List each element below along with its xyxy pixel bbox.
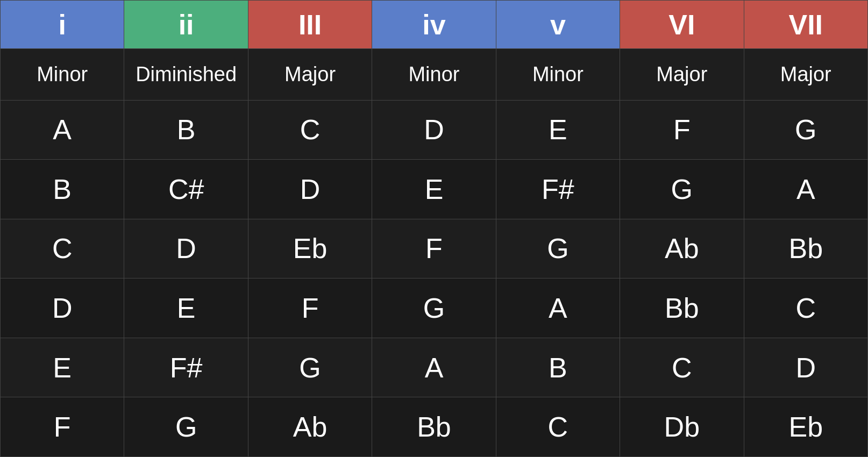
table-cell: A: [744, 160, 867, 219]
table-row: EF#GABCD: [1, 338, 868, 397]
table-cell: B: [1, 160, 124, 219]
header-iv: iv: [372, 1, 496, 49]
table-cell: C: [1, 219, 124, 279]
quality-vi: Major: [620, 49, 744, 101]
table-cell: G: [248, 338, 372, 397]
quality-iv: Minor: [372, 49, 496, 101]
header-v: v: [496, 1, 620, 49]
header-ii: ii: [124, 1, 248, 49]
table-cell: D: [372, 100, 496, 160]
table-cell: C: [620, 338, 744, 397]
quality-iii: Major: [248, 49, 372, 101]
table-cell: G: [744, 100, 867, 160]
header-i: i: [1, 1, 124, 49]
table-cell: G: [124, 397, 248, 457]
table-cell: Bb: [744, 219, 867, 279]
table-cell: G: [620, 160, 744, 219]
table-cell: E: [124, 279, 248, 338]
table-cell: Ab: [620, 219, 744, 279]
header-vi: VI: [620, 1, 744, 49]
table-cell: G: [496, 219, 620, 279]
table-cell: F#: [124, 338, 248, 397]
table-cell: F#: [496, 160, 620, 219]
table-cell: D: [744, 338, 867, 397]
table-cell: E: [496, 100, 620, 160]
table-cell: A: [372, 338, 496, 397]
table-cell: A: [1, 100, 124, 160]
table-cell: Db: [620, 397, 744, 457]
table-cell: Ab: [248, 397, 372, 457]
table-cell: Eb: [744, 397, 867, 457]
table-cell: F: [372, 219, 496, 279]
quality-v: Minor: [496, 49, 620, 101]
header-vii: VII: [744, 1, 867, 49]
table-cell: Eb: [248, 219, 372, 279]
table-cell: C: [744, 279, 867, 338]
header-iii: III: [248, 1, 372, 49]
table-row: DEFGABbC: [1, 279, 868, 338]
table-row: BC#DEF#GA: [1, 160, 868, 219]
table-cell: Bb: [372, 397, 496, 457]
table-cell: C#: [124, 160, 248, 219]
table-cell: C: [248, 100, 372, 160]
table-cell: C: [496, 397, 620, 457]
table-cell: Bb: [620, 279, 744, 338]
table-row: CDEbFGAbBb: [1, 219, 868, 279]
quality-ii: Diminished: [124, 49, 248, 101]
table-row: ABCDEFG: [1, 100, 868, 160]
header-row: iiiIIIivvVIVII: [1, 1, 868, 49]
table-cell: A: [496, 279, 620, 338]
table-cell: D: [1, 279, 124, 338]
table-cell: F: [1, 397, 124, 457]
table-cell: D: [124, 219, 248, 279]
table-row: FGAbBbCDbEb: [1, 397, 868, 457]
quality-row: MinorDiminishedMajorMinorMinorMajorMajor: [1, 49, 868, 101]
chord-table: iiiIIIivvVIVII MinorDiminishedMajorMinor…: [0, 0, 868, 457]
quality-i: Minor: [1, 49, 124, 101]
table-cell: E: [1, 338, 124, 397]
table-cell: B: [124, 100, 248, 160]
table-cell: D: [248, 160, 372, 219]
chord-table-container: iiiIIIivvVIVII MinorDiminishedMajorMinor…: [0, 0, 868, 457]
table-cell: G: [372, 279, 496, 338]
table-cell: F: [620, 100, 744, 160]
table-cell: B: [496, 338, 620, 397]
table-cell: F: [248, 279, 372, 338]
table-cell: E: [372, 160, 496, 219]
quality-vii: Major: [744, 49, 867, 101]
